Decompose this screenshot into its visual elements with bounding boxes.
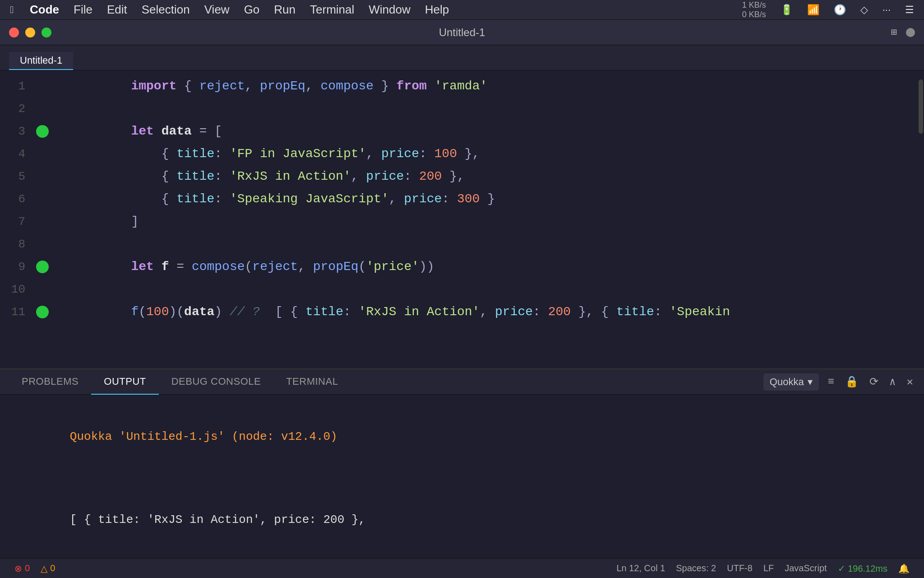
- menu-edit[interactable]: Edit: [104, 2, 130, 18]
- output-line-2: [14, 468, 910, 489]
- debug-tab-label: DEBUG CONSOLE: [171, 376, 261, 387]
- title-bar-actions: ⊞: [891, 26, 915, 38]
- position-value: Ln 12, Col 1: [616, 563, 665, 573]
- warning-count[interactable]: △ 0: [35, 563, 60, 574]
- collapse-panel-icon[interactable]: ∧: [887, 373, 897, 390]
- breakpoint-11[interactable]: [36, 306, 49, 318]
- menu-file[interactable]: File: [71, 2, 95, 18]
- line-number-11: 11: [0, 301, 36, 323]
- tab-untitled1[interactable]: Untitled-1: [9, 52, 73, 70]
- language-mode[interactable]: JavaScript: [779, 563, 832, 573]
- terminal-tab-label: TERMINAL: [286, 376, 338, 387]
- wifi-icon: 📶: [804, 3, 822, 17]
- minimize-button[interactable]: [25, 28, 35, 37]
- line-number-2: 2: [0, 98, 36, 120]
- code-line-7: 7 ]: [0, 210, 924, 233]
- no-breakpoint-1: [36, 80, 49, 93]
- menu-code[interactable]: Code: [27, 2, 62, 18]
- menu-run[interactable]: Run: [271, 2, 298, 18]
- code-line-11: 11 f(100)(data) // ? [ { title: 'RxJS in…: [0, 301, 924, 323]
- extensions-icon: ◇: [858, 3, 871, 17]
- maximize-button[interactable]: [42, 28, 51, 37]
- tab-label: Untitled-1: [20, 55, 62, 66]
- lock-icon[interactable]: 🔒: [843, 373, 860, 390]
- line-number-6: 6: [0, 188, 36, 210]
- menu-window[interactable]: Window: [366, 2, 413, 18]
- title-bar: Untitled-1 ⊞: [0, 20, 924, 45]
- no-breakpoint-5: [36, 170, 49, 183]
- spaces-value: Spaces: 2: [676, 563, 716, 573]
- line-number-5: 5: [0, 165, 36, 188]
- no-breakpoint-8: [36, 238, 49, 251]
- breakpoint-3[interactable]: [36, 125, 49, 138]
- menu-right-icons: 1 KB/s0 KB/s 🔋 📶 🕐 ◇ ··· ☰: [739, 0, 917, 20]
- editor-scrollbar[interactable]: [918, 70, 924, 368]
- line-number-8: 8: [0, 233, 36, 256]
- line-number-9: 9: [0, 256, 36, 278]
- notifications-icon[interactable]: 🔔: [893, 563, 915, 574]
- more-icon: ···: [880, 3, 893, 17]
- panel-scrollbar[interactable]: [918, 395, 924, 558]
- refresh-icon[interactable]: ⟳: [868, 373, 880, 390]
- panel-tab-debug[interactable]: DEBUG CONSOLE: [159, 369, 273, 395]
- output-line-4: { title: 'Speaking JavaScript', price: 3…: [14, 551, 910, 558]
- code-editor[interactable]: 1 import { reject, propEq, compose } fro…: [0, 70, 924, 368]
- language-value: JavaScript: [785, 563, 827, 573]
- problems-tab-label: PROBLEMS: [22, 376, 79, 387]
- line-content-11: f(100)(data) // ? [ { title: 'RxJS in Ac…: [52, 278, 924, 346]
- error-icon: ⊗: [14, 563, 22, 574]
- dot-indicator: [906, 28, 915, 37]
- panel-tab-right-actions: Quokka ▾ ≡ 🔒 ⟳ ∧ ✕: [763, 373, 915, 391]
- timing-value: ✓ 196.12ms: [838, 563, 887, 574]
- line-number-1: 1: [0, 75, 36, 98]
- no-breakpoint-10: [36, 283, 49, 296]
- no-breakpoint-6: [36, 193, 49, 205]
- line-number-7: 7: [0, 210, 36, 233]
- editor-tab-bar: Untitled-1: [0, 45, 924, 70]
- panel-tab-output[interactable]: OUTPUT: [91, 369, 158, 395]
- output-line-1: Quokka 'Untitled-1.js' (node: v12.4.0): [14, 406, 910, 468]
- menu-selection[interactable]: Selection: [139, 2, 193, 18]
- no-breakpoint-7: [36, 215, 49, 228]
- status-bar: ⊗ 0 △ 0 Ln 12, Col 1 Spaces: 2 UTF-8 LF …: [0, 558, 924, 578]
- line-ending-value: LF: [763, 563, 774, 573]
- editor-area: 1 import { reject, propEq, compose } fro…: [0, 70, 924, 558]
- no-breakpoint-2: [36, 103, 49, 115]
- panel-tab-terminal[interactable]: TERMINAL: [273, 369, 351, 395]
- close-panel-icon[interactable]: ✕: [905, 373, 915, 390]
- warning-count-value: 0: [50, 563, 55, 573]
- no-breakpoint-4: [36, 148, 49, 160]
- output-source-dropdown[interactable]: Quokka ▾: [763, 373, 819, 391]
- indentation[interactable]: Spaces: 2: [670, 563, 721, 573]
- menu-help[interactable]: Help: [422, 2, 452, 18]
- breakpoint-9[interactable]: [36, 261, 49, 273]
- bottom-panel: PROBLEMS OUTPUT DEBUG CONSOLE TERMINAL Q…: [0, 368, 924, 558]
- apple-menu[interactable]: : [7, 3, 16, 17]
- panel-tab-bar: PROBLEMS OUTPUT DEBUG CONSOLE TERMINAL Q…: [0, 369, 924, 395]
- line-number-10: 10: [0, 278, 36, 301]
- traffic-lights: [9, 28, 51, 37]
- menu-terminal[interactable]: Terminal: [307, 2, 357, 18]
- encoding[interactable]: UTF-8: [721, 563, 758, 573]
- network-stats-icon: 1 KB/s0 KB/s: [739, 0, 769, 20]
- line-number-4: 4: [0, 143, 36, 165]
- scrollbar-thumb[interactable]: [919, 79, 923, 134]
- output-tab-label: OUTPUT: [104, 376, 146, 387]
- panel-tab-problems[interactable]: PROBLEMS: [9, 369, 91, 395]
- clear-output-icon[interactable]: ≡: [826, 374, 836, 390]
- cursor-position[interactable]: Ln 12, Col 1: [611, 563, 670, 573]
- line-ending[interactable]: LF: [758, 563, 779, 573]
- panel-content: Quokka 'Untitled-1.js' (node: v12.4.0) […: [0, 395, 924, 558]
- encoding-value: UTF-8: [727, 563, 753, 573]
- close-button[interactable]: [9, 28, 19, 37]
- code-line-9: 9 let f = compose(reject, propEq('price'…: [0, 256, 924, 278]
- list-icon: ☰: [902, 3, 917, 17]
- split-editor-icon[interactable]: ⊞: [891, 26, 897, 38]
- output-line-3: [ { title: 'RxJS in Action', price: 200 …: [14, 489, 910, 551]
- menu-view[interactable]: View: [202, 2, 232, 18]
- window-title: Untitled-1: [439, 26, 485, 39]
- error-count-value: 0: [25, 563, 30, 573]
- menu-go[interactable]: Go: [241, 2, 263, 18]
- quokka-timing: ✓ 196.12ms: [832, 563, 893, 574]
- error-count[interactable]: ⊗ 0: [9, 563, 35, 574]
